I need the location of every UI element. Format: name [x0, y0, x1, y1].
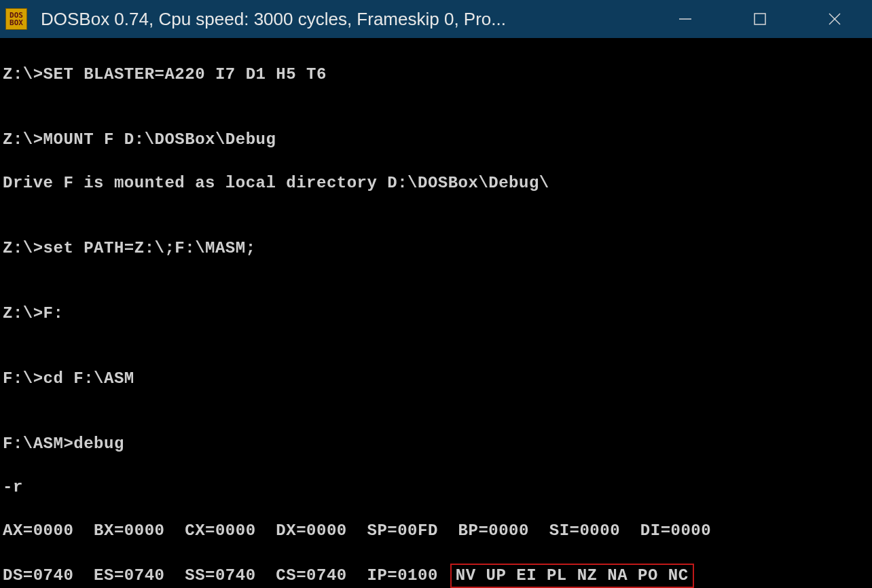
svg-rect-1 [755, 14, 765, 24]
maximize-icon [752, 12, 767, 26]
terminal-line: F:\>cd F:\ASM [3, 368, 869, 390]
terminal-line: Z:\>set PATH=Z:\;F:\MASM; [3, 238, 869, 259]
window-title: DOSBox 0.74, Cpu speed: 3000 cycles, Fra… [41, 9, 506, 30]
titlebar[interactable]: DOS BOX DOSBox 0.74, Cpu speed: 3000 cyc… [0, 0, 872, 38]
minimize-button[interactable] [648, 0, 723, 38]
terminal-line: Drive F is mounted as local directory D:… [3, 172, 869, 194]
minimize-icon [678, 12, 693, 26]
close-button[interactable] [797, 0, 872, 38]
segments-text: DS=0740 ES=0740 SS=0740 CS=0740 IP=0100 [3, 566, 438, 585]
terminal-line: -r [3, 477, 869, 498]
app-icon: DOS BOX [5, 8, 27, 30]
app-icon-bottom: BOX [10, 19, 23, 26]
terminal-line: F:\ASM>debug [3, 433, 869, 455]
terminal-line: Z:\>SET BLASTER=A220 I7 D1 H5 T6 [3, 64, 869, 86]
window-controls [648, 0, 872, 38]
terminal-line: Z:\>MOUNT F D:\DOSBox\Debug [3, 129, 869, 151]
terminal[interactable]: Z:\>SET BLASTER=A220 I7 D1 H5 T6 Z:\>MOU… [0, 38, 872, 588]
flags-before: NV UP EI PL NZ NA PO NC [450, 564, 694, 588]
close-icon [827, 12, 842, 26]
registers-line: AX=0000 BX=0000 CX=0000 DX=0000 SP=00FD … [3, 520, 869, 542]
terminal-line: Z:\>F: [3, 303, 869, 325]
maximize-button[interactable] [723, 0, 797, 38]
segments-line: DS=0740 ES=0740 SS=0740 CS=0740 IP=0100N… [3, 564, 869, 588]
